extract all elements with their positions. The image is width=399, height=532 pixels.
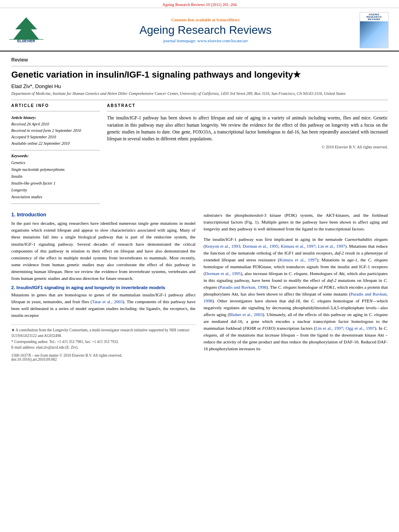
keyword-insulin: Insulin	[11, 174, 23, 179]
journal-homepage-label: journal homepage:	[163, 38, 196, 43]
ref-kimura-1997b[interactable]: Kimura et al., 1997	[279, 257, 317, 262]
history-accepted: Accepted 9 September 2010	[11, 135, 56, 139]
ref-kimura-1997[interactable]: Kimura et al., 1997	[281, 244, 315, 249]
ref-lin-1997b[interactable]: Lin et al., 1997	[315, 326, 343, 331]
keyword-longevity: Longevity	[11, 188, 27, 192]
keywords-list: Genetics Single nucleotide polymorphisms…	[11, 159, 100, 200]
journal-header-center: Contents lists available at ScienceDirec…	[51, 18, 360, 43]
sciencedirect-line: Contents lists available at ScienceDirec…	[51, 18, 360, 22]
article-info-divider	[11, 111, 100, 111]
keyword-igf: Insulin-like growth factor 1	[11, 181, 56, 185]
keyword-snp: Single nucleotide polymorphisms	[11, 167, 65, 172]
footnote-corresponding-text: * Corresponding author. Tel.: +1 415 353…	[11, 340, 119, 344]
keyword-association: Association studies	[11, 195, 42, 199]
article-history: Article history: Received 26 April 2010 …	[11, 115, 100, 147]
history-label: Article history:	[11, 115, 36, 120]
ref-paradis-1998[interactable]: Paradis and Ruvkun, 1998	[220, 285, 266, 290]
ref-kenyon-1993[interactable]: Kenyon et al., 1993	[205, 244, 240, 249]
ref-lin-1997[interactable]: Lin et al., 1997	[318, 244, 345, 249]
cover-top-text: AGEINGRESEARCHREVIEWS	[360, 12, 388, 21]
body-two-col: 1. Introduction In the past two decades,…	[11, 212, 388, 362]
keywords-label: Keywords:	[11, 154, 100, 158]
section2-title: 2. Insulin/IGF1 signaling in aging and l…	[11, 285, 195, 290]
footnote-star: ★ A contribution from the Longevity Cons…	[11, 327, 195, 339]
abstract-column: ABSTRACT The insulin/IGF-1 pathway has b…	[107, 103, 388, 207]
abstract-header: ABSTRACT	[107, 103, 388, 108]
journal-citation-text: Ageing Research Reviews 10 (2011) 201–20…	[162, 2, 237, 7]
header-body-divider	[11, 100, 388, 100]
contents-available-text: Contents lists available at ScienceDirec…	[171, 18, 240, 22]
article-info-header: ARTICLE INFO	[11, 103, 100, 108]
journal-cover-thumbnail: AGEINGRESEARCHREVIEWS	[360, 12, 389, 48]
journal-title: Ageing Research Reviews	[51, 24, 360, 37]
article-type-label: Review	[11, 57, 388, 63]
abstract-divider	[107, 111, 388, 111]
footnote-email: E-mail address: elad.ziv@ucsf.edu (E. Zi…	[11, 345, 195, 350]
right-col-para1: substrate/s the phosphoinositol-3 kinase…	[204, 212, 388, 232]
keyword-genetics: Genetics	[11, 160, 25, 165]
keywords-bottom-divider	[11, 203, 100, 204]
journal-cover-area: AGEINGRESEARCHREVIEWS	[360, 12, 392, 48]
article-info-abstract-row: ARTICLE INFO Article history: Received 2…	[11, 103, 388, 207]
body-left-column: 1. Introduction In the past two decades,…	[11, 212, 195, 362]
abstract-text: The insulin/IGF-1 pathway has been shown…	[107, 115, 388, 142]
cover-image-area	[360, 21, 388, 48]
footnote-area: ★ A contribution from the Longevity Cons…	[11, 325, 195, 362]
ref-dorman-1995b[interactable]: Dorman et al., 1995	[205, 271, 241, 276]
footnote-corresponding: * Corresponding author. Tel.: +1 415 353…	[11, 339, 195, 345]
ref-bluher-2003[interactable]: Bluher et al., 2003	[229, 312, 263, 317]
section2-paragraph: Mutations in genes that are homologous t…	[11, 292, 195, 319]
right-col-para2: The insulin/IGF-1 pathway was first impl…	[204, 236, 388, 353]
keywords-divider	[11, 150, 100, 150]
elsevier-logo-svg: ELSEVIER	[7, 15, 45, 43]
intro-section-title: 1. Introduction	[11, 212, 195, 218]
ref-ogg-1997[interactable]: Ogg et al., 1997	[346, 326, 374, 331]
issn-line: 1568-1637/$ – see front matter © 2010 El…	[11, 353, 195, 357]
article-authors: Elad Ziv*, Donglei Hu	[11, 83, 388, 89]
article-title: Genetic variation in insulin/IGF-1 signa…	[11, 70, 388, 80]
journal-homepage-url[interactable]: www.elsevier.com/locate/arr	[197, 38, 248, 43]
ref-dorman-1995[interactable]: Dorman et al., 1995	[243, 244, 278, 249]
intro-paragraph: In the past two decades, aging researche…	[11, 220, 195, 281]
footnote-issn: 1568-1637/$ – see front matter © 2010 El…	[11, 353, 195, 362]
body-right-column: substrate/s the phosphoinositol-3 kinase…	[204, 212, 388, 362]
journal-header: ELSEVIER Contents lists available at Sci…	[0, 8, 399, 51]
history-received: Received 26 April 2010	[11, 122, 49, 126]
journal-homepage-line: journal homepage: www.elsevier.com/locat…	[51, 38, 360, 43]
copyright-line: © 2010 Elsevier B.V. All rights reserved…	[107, 145, 388, 149]
page-wrapper: Ageing Research Reviews 10 (2011) 201–20…	[0, 0, 399, 532]
history-revised: Received in revised form 2 September 201…	[11, 128, 81, 133]
ref-tatar-2003[interactable]: Tatar et al., 2003	[92, 299, 123, 304]
article-content: Review Genetic variation in insulin/IGF-…	[0, 51, 399, 367]
title-divider-top	[11, 66, 388, 66]
history-online: Available online 22 September 2010	[11, 141, 70, 146]
doi-line: doi:10.1016/j.arr.2010.09.002	[11, 357, 195, 362]
article-info-column: ARTICLE INFO Article history: Received 2…	[11, 103, 100, 207]
journal-citation-bar: Ageing Research Reviews 10 (2011) 201–20…	[0, 0, 399, 8]
abstract-body: The insulin/IGF-1 pathway has been shown…	[107, 115, 388, 141]
elsevier-logo-area: ELSEVIER	[7, 15, 51, 45]
author-affiliation: Department of Medicine, Institute for Hu…	[11, 91, 388, 97]
